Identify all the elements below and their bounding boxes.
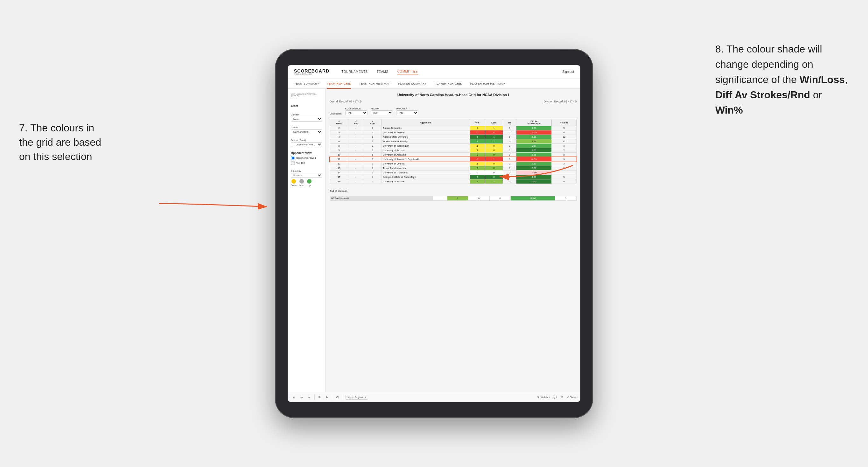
cell-reg: -: [348, 153, 364, 157]
filter-region-select[interactable]: (All): [371, 111, 393, 115]
col-loss: Loss: [485, 119, 503, 126]
cell-tie: 0: [503, 166, 517, 170]
sub-nav-team-h2h-heatmap[interactable]: TEAM H2H HEATMAP: [359, 79, 391, 89]
sidebar-school-section: School (Rank) 1. University of Nort...: [291, 139, 322, 147]
toolbar-watch-chevron: ▾: [549, 396, 550, 399]
toolbar-view-original[interactable]: View: Original ▾: [345, 395, 368, 400]
sidebar: Last Updated: 27/03/202416:55:38 Team Ge…: [288, 89, 326, 392]
cell-loss: 1: [485, 179, 503, 184]
toolbar-share[interactable]: ↗ Share: [567, 396, 577, 399]
cell-rounds: 2: [552, 148, 577, 153]
cell-tie: 0: [503, 139, 517, 144]
nav-committee[interactable]: COMMITTEE: [397, 69, 418, 74]
main-content: Last Updated: 27/03/202416:55:38 Team Ge…: [288, 89, 580, 392]
logo-area: SCOREBOARD Powered by clippd: [294, 68, 329, 75]
cell-conf: 1: [364, 166, 381, 170]
cell-tie: 0: [503, 170, 517, 175]
cell-diff: 5.56: [517, 166, 552, 170]
toolbar-redo[interactable]: ↪: [299, 395, 304, 400]
table-row: 11 - 6 University of Arkansas, Fayettevi…: [330, 157, 577, 162]
table-row: 13 - 1 Texas Tech University 3 0 0 5.56 …: [330, 166, 577, 170]
cell-loss: 1: [485, 157, 503, 162]
cell-rounds: 3: [552, 144, 577, 148]
nav-tournaments[interactable]: TOURNAMENTS: [341, 69, 368, 74]
cell-diff: 9.00: [517, 148, 552, 153]
annotation-right-bold1: Win/Loss: [800, 74, 845, 85]
toolbar-paste[interactable]: ⊕: [324, 395, 329, 400]
sidebar-opponent-view-section: Opponent View Opponents Played Top 100: [291, 151, 322, 165]
cell-diff: 2.61: [517, 153, 552, 157]
colour-down-dot: [291, 179, 296, 184]
sub-nav-player-h2h-heatmap[interactable]: PLAYER H2H HEATMAP: [470, 79, 505, 89]
cell-opponent: University of Washington: [381, 144, 470, 148]
sub-nav-team-summary[interactable]: TEAM SUMMARY: [294, 79, 319, 89]
cell-win: 3: [470, 179, 485, 184]
toolbar-forward[interactable]: ↬: [307, 395, 312, 400]
sub-nav-player-summary[interactable]: PLAYER SUMMARY: [398, 79, 427, 89]
colour-legend: Down Level Up: [291, 179, 322, 186]
data-table: #Rank #Reg #Conf Opponent Win Loss Tie D…: [330, 119, 577, 184]
radio-opponents-played[interactable]: Opponents Played: [291, 156, 322, 160]
colour-up-dot: [307, 179, 311, 184]
sub-nav-team-h2h-grid[interactable]: TEAM H2H GRID: [327, 79, 351, 89]
filter-conf-label: Conference: [345, 107, 368, 110]
cell-opponent: University of Florida: [381, 179, 470, 184]
cell-loss: 0: [485, 153, 503, 157]
ood-loss: 0: [468, 196, 490, 201]
cell-loss: 4: [485, 130, 503, 135]
cell-reg: -: [348, 157, 364, 162]
toolbar-undo[interactable]: ↩: [291, 395, 297, 400]
radio-top100[interactable]: Top 100: [291, 161, 322, 165]
toolbar-grid-icon[interactable]: ⊞: [561, 396, 563, 399]
col-rank: #Rank: [330, 119, 348, 126]
cell-diff: -2.29: [517, 130, 552, 135]
cell-opponent: Georgia Institute of Technology: [381, 175, 470, 179]
cell-rank: 14: [330, 170, 348, 175]
cell-rank: 8: [330, 144, 348, 148]
cell-opponent: Arizona State University: [381, 135, 470, 139]
division-record: Division Record: 88 - 17 - 0: [544, 100, 577, 103]
toolbar-divider-1: [314, 395, 315, 400]
table-row: 8 - 2 University of Washington 1 0 0 3.6…: [330, 144, 577, 148]
toolbar-copy[interactable]: ⧉: [317, 395, 322, 400]
sidebar-gender-select[interactable]: Men's: [291, 117, 322, 122]
out-of-division-label: Out of division: [330, 190, 577, 192]
sidebar-colour-by-select[interactable]: Win/loss: [291, 173, 322, 178]
cell-tie: 0: [503, 126, 517, 130]
sidebar-division-select[interactable]: NCAA Division I: [291, 129, 322, 134]
toolbar-watch[interactable]: 👁 Watch ▾: [537, 396, 550, 399]
cell-reg: -: [348, 162, 364, 166]
cell-loss: 0: [485, 175, 503, 179]
sidebar-school-select[interactable]: 1. University of Nort...: [291, 142, 322, 147]
toolbar-watch-icon: 👁: [537, 396, 540, 399]
cell-win: 1: [470, 148, 485, 153]
toolbar-share-label: Share: [570, 396, 577, 399]
col-tie: Tie: [503, 119, 517, 126]
toolbar-clock[interactable]: ⏱: [335, 395, 340, 400]
col-rounds: Rounds: [552, 119, 577, 126]
colour-level: Level: [299, 179, 305, 186]
filter-opponent-select[interactable]: (All): [396, 111, 418, 115]
out-of-division-table: NCAA Division II 1 0 0 26.00 3: [330, 196, 577, 201]
toolbar-comment-icon[interactable]: 💬: [554, 396, 557, 399]
cell-rank: 13: [330, 166, 348, 170]
sign-out[interactable]: | Sign out: [561, 70, 574, 73]
cell-conf: 2: [364, 139, 381, 144]
filter-conf-select[interactable]: (All): [345, 111, 368, 115]
ood-win: 1: [447, 196, 468, 201]
nav-teams[interactable]: TEAMS: [377, 69, 389, 74]
toolbar-view-chevron: ▾: [365, 396, 366, 399]
cell-diff: 4.50: [517, 175, 552, 179]
sidebar-division-section: Division NCAA Division I: [291, 126, 322, 134]
cell-conf: 3: [364, 162, 381, 166]
annotation-right-bold3: Win%: [715, 104, 743, 116]
cell-win: 0: [470, 157, 485, 162]
sub-nav-player-h2h-grid[interactable]: PLAYER H2H GRID: [434, 79, 462, 89]
grid-area: University of North Carolina Head-to-Hea…: [326, 89, 580, 392]
cell-conf: 5: [364, 153, 381, 157]
colour-down: Down: [291, 179, 297, 186]
sidebar-colour-by-label: Colour by: [291, 169, 322, 173]
cell-diff: 6.62: [517, 179, 552, 184]
colour-up-label: Up: [308, 184, 311, 186]
cell-rank: 9: [330, 148, 348, 153]
